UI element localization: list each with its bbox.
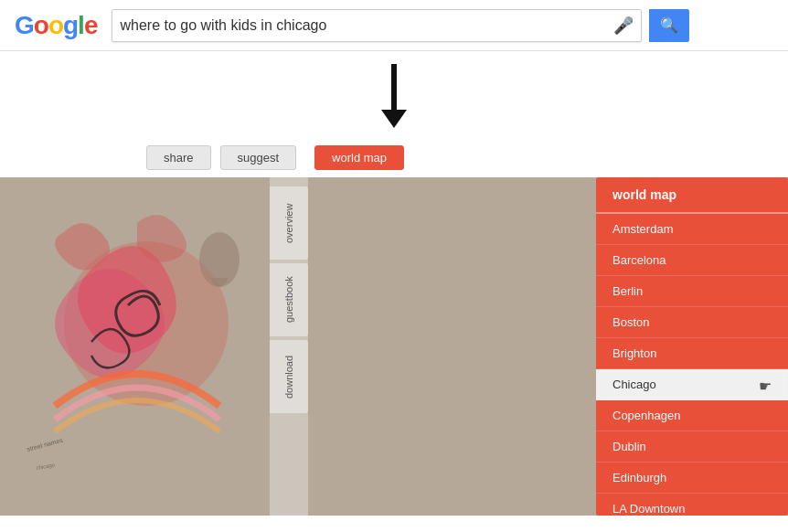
dropdown-item-barcelona[interactable]: Barcelona [596,245,788,276]
dropdown-item-boston[interactable]: Boston [596,307,788,338]
search-bar: 🎤 [112,9,642,42]
download-tab[interactable]: download [270,340,308,413]
dropdown-item-dublin[interactable]: Dublin [596,431,788,463]
arrow-shaft [391,64,397,110]
arrow-container [0,51,788,137]
map-svg: street names chicago [0,177,270,516]
search-button[interactable]: 🔍 [649,9,689,42]
down-arrow [381,64,407,128]
mic-icon[interactable]: 🎤 [613,16,634,36]
dropdown-item-copenhagen[interactable]: Copenhagen [596,400,788,431]
dropdown-item-berlin[interactable]: Berlin [596,276,788,307]
overview-tab[interactable]: overview [270,186,308,260]
search-icon: 🔍 [660,16,678,34]
dropdown-item-brighton[interactable]: Brighton [596,338,788,369]
suggest-button[interactable]: suggest [220,145,297,170]
dropdown-item-chicago[interactable]: Chicago [596,369,788,400]
map-visual: street names chicago [0,177,270,516]
google-logo: Google [15,11,97,40]
content-row: street names chicago overview guestbook … [0,177,788,516]
city-dropdown: world map Amsterdam Barcelona Berlin Bos… [596,177,788,516]
side-tabs: overview guestbook download [270,177,308,516]
search-input[interactable] [120,17,606,34]
guestbook-tab[interactable]: guestbook [270,263,308,336]
dropdown-item-edinburgh[interactable]: Edinburgh [596,463,788,494]
arrow-head [381,110,407,128]
worldmap-button[interactable]: world map [314,145,404,170]
google-header: Google 🎤 🔍 [0,0,788,51]
dropdown-item-worldmap[interactable]: world map [596,177,788,214]
dropdown-item-amsterdam[interactable]: Amsterdam [596,214,788,245]
dropdown-item-la-downtown[interactable]: LA Downtown [596,494,788,516]
share-button[interactable]: share [146,145,211,170]
toolbar: share suggest world map [0,137,788,177]
